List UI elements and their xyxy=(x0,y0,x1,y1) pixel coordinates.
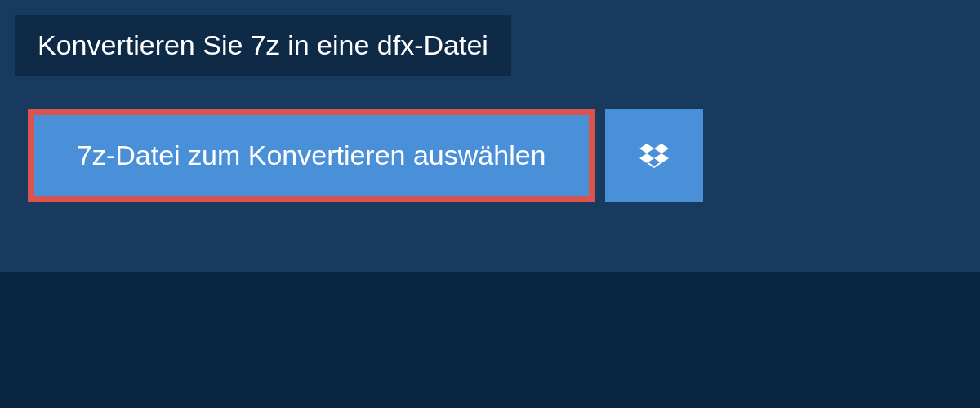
title-bar: Konvertieren Sie 7z in eine dfx-Datei xyxy=(15,15,511,76)
dropbox-icon xyxy=(639,141,669,171)
page-title: Konvertieren Sie 7z in eine dfx-Datei xyxy=(38,29,488,61)
select-file-highlight: 7z-Datei zum Konvertieren auswählen xyxy=(28,109,595,202)
action-row: 7z-Datei zum Konvertieren auswählen xyxy=(28,109,980,202)
select-file-button[interactable]: 7z-Datei zum Konvertieren auswählen xyxy=(34,115,589,196)
dropbox-button[interactable] xyxy=(605,109,703,202)
converter-panel: Konvertieren Sie 7z in eine dfx-Datei 7z… xyxy=(0,0,980,272)
